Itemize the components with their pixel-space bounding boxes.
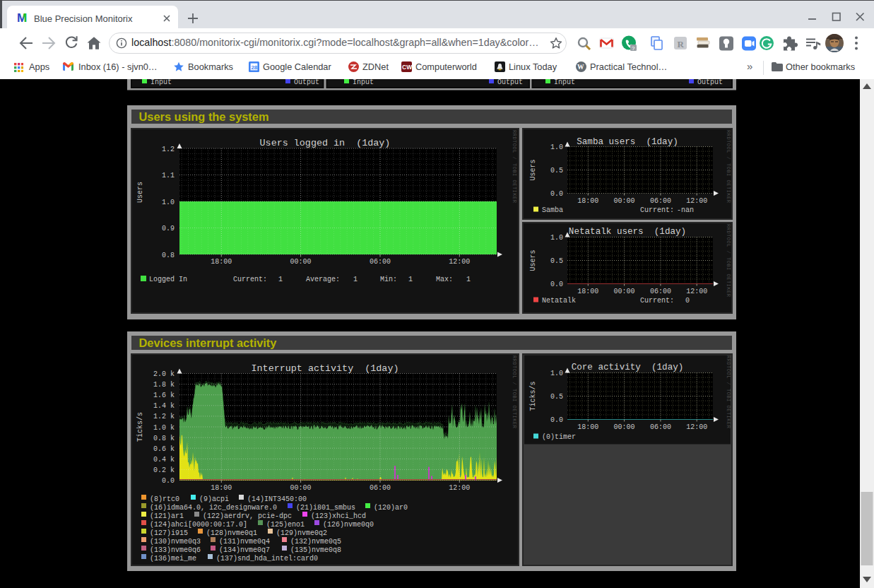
svg-text:(132)nvme0q5: (132)nvme0q5: [290, 538, 341, 546]
svg-text:00:00: 00:00: [290, 484, 312, 492]
svg-text:-nan: -nan: [677, 206, 694, 214]
svg-text:12:00: 12:00: [449, 258, 470, 266]
svg-text:00:00: 00:00: [614, 423, 635, 431]
svg-text:(126)nvme0q0: (126)nvme0q0: [323, 521, 374, 529]
svg-text:Input: Input: [554, 79, 575, 86]
svg-text:0.9: 0.9: [162, 225, 175, 233]
svg-text:00:00: 00:00: [614, 288, 635, 295]
svg-text:0.4 k: 0.4 k: [153, 456, 175, 464]
svg-text:Users using the system: Users using the system: [139, 110, 269, 123]
svg-text:Users logged in (1day): Users logged in (1day): [260, 138, 391, 148]
svg-text:Current:: Current:: [233, 276, 267, 283]
svg-text:(129)nvme0q2: (129)nvme0q2: [276, 529, 327, 537]
svg-text:(133)nvme0q6: (133)nvme0q6: [150, 546, 201, 554]
svg-text:(14)INT3450:00: (14)INT3450:00: [247, 495, 307, 503]
svg-text:Netatalk: Netatalk: [542, 297, 576, 305]
svg-text:(122)aerdrv, pcie-dpc: (122)aerdrv, pcie-dpc: [203, 512, 292, 520]
svg-text:Output: Output: [697, 79, 723, 86]
svg-text:06:00: 06:00: [370, 258, 391, 266]
svg-text:Current:: Current:: [640, 297, 674, 305]
svg-text:06:00: 06:00: [370, 484, 391, 492]
svg-text:RRDTOOL / TOBI OETIKER: RRDTOOL / TOBI OETIKER: [726, 130, 731, 204]
svg-text:0.0: 0.0: [162, 477, 175, 485]
svg-text:18:00: 18:00: [577, 288, 598, 295]
svg-text:0.5: 0.5: [550, 167, 563, 175]
svg-text:Output: Output: [497, 79, 523, 86]
svg-text:0.2 k: 0.2 k: [153, 466, 175, 474]
svg-text:0.5: 0.5: [550, 393, 563, 401]
svg-text:1: 1: [408, 276, 413, 283]
svg-text:Output: Output: [294, 79, 319, 86]
svg-text:CW: CW: [402, 64, 412, 71]
svg-text:1: 1: [353, 276, 358, 283]
svg-text:Ticks/s: Ticks/s: [136, 412, 144, 442]
svg-text:0.8 k: 0.8 k: [153, 435, 175, 442]
svg-text:(21)i801_smbus: (21)i801_smbus: [296, 504, 355, 512]
svg-text:RRDTOOL / TOBI OETIKER: RRDTOOL / TOBI OETIKER: [726, 224, 731, 298]
svg-text:(9)acpi: (9)acpi: [199, 495, 229, 503]
svg-text:12:00: 12:00: [449, 484, 470, 492]
svg-text:0.0: 0.0: [550, 190, 563, 198]
svg-text:0.0: 0.0: [550, 281, 563, 288]
svg-text:Max:: Max:: [436, 276, 453, 283]
svg-text:0.8: 0.8: [162, 252, 175, 259]
svg-text:06:00: 06:00: [650, 423, 671, 431]
svg-text:Users: Users: [529, 249, 537, 271]
svg-text:12:00: 12:00: [686, 423, 707, 431]
svg-text:28: 28: [251, 64, 257, 71]
svg-text:(125)eno1: (125)eno1: [266, 521, 305, 529]
svg-text:(127)i915: (127)i915: [150, 529, 188, 537]
svg-text:Samba users (1day): Samba users (1day): [577, 137, 678, 147]
svg-text:?: ?: [632, 45, 635, 52]
svg-text:1: 1: [278, 276, 283, 283]
svg-text:(0)timer: (0)timer: [542, 433, 576, 441]
svg-text:(135)nvme0q8: (135)nvme0q8: [290, 546, 341, 554]
svg-text:18:00: 18:00: [577, 197, 598, 205]
svg-text:(137)snd_hda_intel:card0: (137)snd_hda_intel:card0: [216, 555, 318, 563]
svg-text:1.0: 1.0: [550, 234, 563, 242]
svg-text:(16)idma64.0, i2c_designware.0: (16)idma64.0, i2c_designware.0: [150, 504, 277, 512]
svg-text:1: 1: [466, 276, 471, 283]
svg-text:1.2: 1.2: [162, 146, 175, 153]
svg-text:Min:: Min:: [380, 276, 397, 283]
svg-text:RRDTOOL / TOBI OETIKER: RRDTOOL / TOBI OETIKER: [512, 355, 517, 429]
svg-text:R: R: [678, 39, 685, 49]
svg-text:1.4 k: 1.4 k: [153, 402, 175, 410]
svg-text:Samba: Samba: [542, 206, 563, 214]
svg-text:18:00: 18:00: [577, 423, 598, 431]
svg-text:0.5: 0.5: [550, 257, 563, 265]
svg-text:W: W: [577, 64, 584, 71]
svg-text:00:00: 00:00: [290, 258, 312, 266]
svg-text:(123)xhci_hcd: (123)xhci_hcd: [311, 512, 366, 520]
svg-text:1.1: 1.1: [162, 172, 175, 180]
svg-text:Input: Input: [353, 79, 374, 86]
svg-text:0: 0: [685, 297, 690, 305]
svg-text:Logged In: Logged In: [149, 276, 187, 283]
svg-text:(134)nvme0q7: (134)nvme0q7: [219, 546, 270, 554]
svg-text:00:00: 00:00: [614, 197, 635, 205]
svg-text:Netatalk users (1day): Netatalk users (1day): [569, 227, 686, 237]
svg-text:Ticks/s: Ticks/s: [529, 381, 537, 411]
svg-text:1.0: 1.0: [550, 143, 563, 151]
svg-text:1.6 k: 1.6 k: [153, 392, 175, 399]
svg-text:Core activity (1day): Core activity (1day): [572, 363, 684, 372]
svg-text:(130)nvme0q3: (130)nvme0q3: [150, 538, 201, 546]
svg-text:06:00: 06:00: [650, 288, 671, 295]
svg-text:1.0: 1.0: [162, 199, 175, 206]
svg-text:12:00: 12:00: [686, 288, 707, 295]
svg-text:0.0: 0.0: [550, 416, 563, 424]
svg-text:(124)ahci[0000:00:17.0]: (124)ahci[0000:00:17.0]: [150, 521, 247, 529]
svg-text:Users: Users: [136, 182, 144, 203]
svg-text:Users: Users: [529, 159, 537, 180]
svg-text:Interrupt activity (1day): Interrupt activity (1day): [252, 363, 399, 374]
svg-text:(120)ar0: (120)ar0: [374, 504, 408, 512]
svg-text:0.6 k: 0.6 k: [153, 445, 175, 453]
svg-text:Devices interrupt activity: Devices interrupt activity: [139, 336, 278, 349]
svg-text:(121)ar1: (121)ar1: [150, 512, 184, 520]
svg-text:(136)mei_me: (136)mei_me: [150, 555, 196, 563]
svg-text:RRDTOOL / TOBI OETIKER: RRDTOOL / TOBI OETIKER: [512, 130, 517, 204]
svg-text:1.8 k: 1.8 k: [153, 381, 175, 389]
svg-text:18:00: 18:00: [211, 484, 232, 492]
svg-text:1.0: 1.0: [550, 370, 563, 377]
svg-text:06:00: 06:00: [650, 197, 671, 205]
